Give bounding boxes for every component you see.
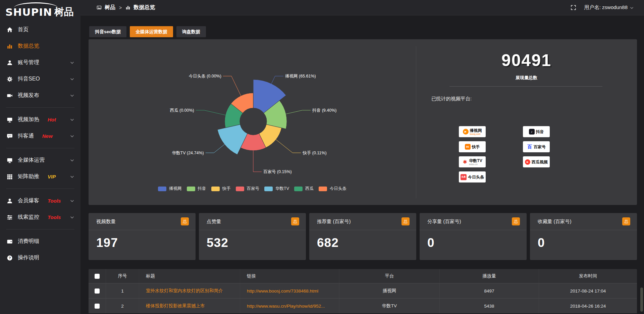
total-impressions-label: 展现量总数 (416, 75, 637, 81)
app-logo[interactable]: SHUPIN 树品 (5, 5, 77, 19)
breadcrumb: 树品 > 数据总览 (97, 4, 155, 11)
sidebar-group-divider (6, 148, 74, 148)
sidebar-item-account-management[interactable]: 账号管理 (0, 54, 80, 71)
pie-label: 华数TV (24.74%) (172, 151, 204, 155)
stat-card-total-badge[interactable]: 总 (401, 217, 410, 225)
page-scrollbar-thumb[interactable] (640, 287, 643, 312)
platform-name: 播视网 (470, 128, 482, 133)
cell-title[interactable]: 室外水纹灯和室内水纹灯的区别和简介 (139, 283, 240, 298)
cell-publish-time: 2017-08-24 17:04 (539, 283, 637, 298)
stat-card-total-badge[interactable]: 总 (181, 217, 189, 225)
sidebar-item-douyin-seo[interactable]: 抖音SEO (0, 71, 80, 87)
platform-badge-text: 抖音 (536, 130, 544, 134)
stat-card-total-badge[interactable]: 总 (291, 217, 299, 225)
legend-item-今日头条[interactable]: 今日头条 (319, 186, 346, 192)
legend-swatch (319, 187, 327, 191)
tab-douyin-seo-data[interactable]: 抖音seo数据 (89, 26, 126, 37)
sidebar-item-home[interactable]: 首页 (0, 21, 80, 38)
pie-slice-华数TV[interactable] (217, 124, 247, 155)
breadcrumb-site-icon (97, 5, 102, 10)
table-row-2: 2楼体投影灯投影效果震撼上市http://www.wasu.cn/Play/sh… (89, 298, 637, 313)
platform-badge-douyin: ♪抖音 (523, 126, 550, 137)
breadcrumb-root[interactable]: 树品 (105, 4, 115, 11)
legend-swatch (158, 187, 166, 191)
user-icon (7, 198, 13, 204)
legend-item-百家号[interactable]: 百家号 (236, 186, 260, 192)
sidebar-nav: 首页数据总览账号管理抖音SEO视频发布视频加热Hot抖客通New全媒体运营矩阵助… (0, 21, 80, 266)
platform-badge-kuaishou: 86快手 (459, 141, 486, 152)
legend-item-华数TV[interactable]: 华数TV (264, 186, 289, 192)
topbar-right: 用户名: zswodun88 (571, 4, 634, 11)
kuaishou-logo-icon: 86 (465, 144, 471, 150)
platform-name: 百家号 (534, 145, 546, 149)
sidebar-item-operation-guide[interactable]: ?操作说明 (0, 250, 80, 266)
videos-table: 序号标题链接平台播放量发布时间1室外水纹灯和室内水纹灯的区别和简介http://… (89, 269, 637, 314)
chat-icon (7, 133, 13, 139)
chevron-down-icon (70, 77, 74, 82)
chevron-down-icon (70, 134, 74, 139)
legend-item-抖音[interactable]: 抖音 (187, 186, 206, 192)
legend-label: 快手 (222, 186, 231, 192)
stat-card-label: 推荐量 (百家号) (317, 218, 351, 225)
question-icon: ? (7, 255, 13, 261)
cell-link[interactable]: http://www.boosj.com/7338468.html (240, 283, 339, 298)
sidebar-item-badge: New (42, 133, 53, 139)
platform-badge-text: 西瓜视频 (532, 160, 548, 164)
sidebar-item-douketong[interactable]: 抖客通New (0, 128, 80, 144)
sidebar-item-media-operation[interactable]: 全媒体运营 (0, 152, 80, 168)
platform-badge-wasu: ✱华数TVwasu.cn (459, 156, 486, 167)
stat-card-total-badge[interactable]: 总 (622, 217, 630, 225)
stat-card-1: 点赞量总532 (199, 213, 306, 260)
fullscreen-icon[interactable] (571, 5, 576, 10)
sidebar-item-label: 抖音SEO (18, 75, 40, 83)
legend-swatch (236, 187, 244, 191)
legend-item-西瓜[interactable]: 西瓜 (294, 186, 314, 192)
cell-title[interactable]: 楼体投影灯投影效果震撼上市 (139, 299, 240, 313)
sidebar-group-divider (6, 107, 74, 108)
tab-media-operation-data[interactable]: 全媒体运营数据 (130, 26, 173, 37)
row-checkbox[interactable] (95, 289, 100, 294)
sidebar-item-clue-monitor[interactable]: 线索监控Tools (0, 209, 80, 225)
legend-label: 播视网 (169, 186, 182, 192)
sidebar-item-data-overview[interactable]: 数据总览 (0, 38, 80, 54)
cell-link[interactable]: http://www.wasu.cn/Play/show/id/952... (240, 299, 339, 313)
overview-panel: 播视网 (65.61%)抖音 (9.40%)快手 (0.11%)百家号 (0.1… (89, 39, 637, 205)
wallet-icon (7, 239, 13, 245)
chevron-down-icon (70, 158, 74, 163)
sidebar-item-badge: Tools (48, 198, 61, 204)
stat-card-value: 0 (420, 230, 527, 250)
sidebar: SHUPIN 树品 首页数据总览账号管理抖音SEO视频发布视频加热Hot抖客通N… (0, 0, 80, 314)
stat-card-total-badge[interactable]: 总 (512, 217, 520, 225)
row-checkbox[interactable] (95, 304, 100, 309)
legend-swatch (264, 187, 273, 191)
sidebar-item-matrix-boost[interactable]: 矩阵助推VIP (0, 168, 80, 185)
row-checkbox-cell (89, 283, 106, 298)
screen-icon (7, 117, 13, 123)
sidebar-item-video-publish[interactable]: 视频发布 (0, 87, 80, 104)
select-all-checkbox[interactable] (95, 274, 100, 279)
table-row-1: 1室外水纹灯和室内水纹灯的区别和简介http://www.boosj.com/7… (89, 283, 637, 298)
platform-badge-text: 百家号 (534, 145, 546, 149)
pie-label-line (276, 140, 301, 153)
monitor-icon (7, 157, 13, 163)
stat-card-label: 收藏量 (百家号) (538, 218, 572, 225)
legend-item-播视网[interactable]: 播视网 (158, 186, 182, 192)
logo-arc-decoration (14, 2, 58, 8)
tab-inquiry-data[interactable]: 询盘数据 (176, 26, 206, 37)
grid-icon (7, 174, 13, 180)
legend-item-快手[interactable]: 快手 (211, 186, 231, 192)
toutiao-logo-icon: 头条 (461, 174, 467, 180)
pie-label: 今日头条 (0.00%) (189, 74, 221, 78)
legend-swatch (211, 187, 220, 191)
sidebar-item-video-heating[interactable]: 视频加热Hot (0, 111, 80, 128)
stat-card-value: 532 (199, 230, 306, 250)
user-menu[interactable]: 用户名: zswodun88 (584, 4, 634, 11)
pie-label: 快手 (0.11%) (302, 151, 326, 155)
sidebar-item-consumption-detail[interactable]: 消费明细 (0, 233, 80, 250)
chart-icon (7, 43, 13, 49)
pie-label-line (253, 151, 262, 172)
sidebar-item-label: 账号管理 (18, 59, 39, 66)
legend-label: 百家号 (247, 186, 260, 192)
stat-card-header: 点赞量总 (199, 213, 306, 230)
sidebar-item-member-leads[interactable]: 会员爆客Tools (0, 193, 80, 209)
